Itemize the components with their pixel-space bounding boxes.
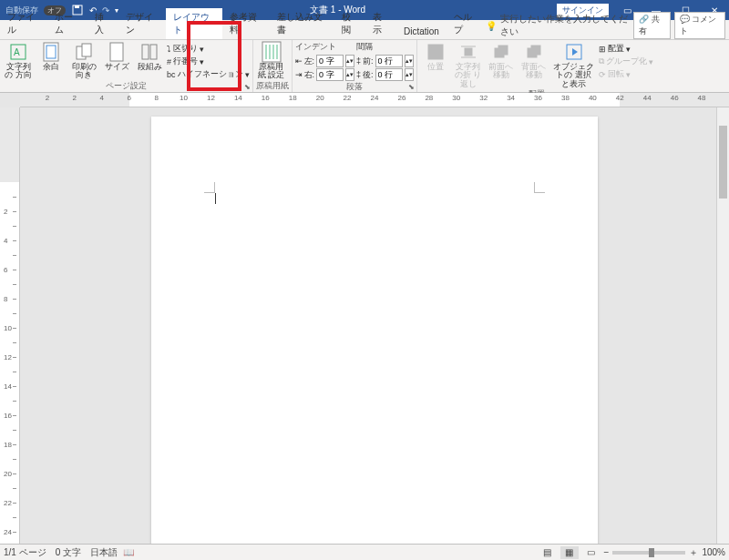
zoom-slider[interactable] <box>612 551 685 555</box>
zoom-out-button[interactable]: − <box>604 547 610 557</box>
size-button[interactable]: サイズ <box>101 41 132 71</box>
ribbon-tabs: ファイル ホーム 挿入 デザイン レイアウト 参考資料 差し込み文書 校閲 表示… <box>0 20 729 40</box>
hyphenation-button[interactable]: bc ハイフネーション ▾ <box>167 68 250 80</box>
svg-text:A: A <box>14 47 20 57</box>
selection-pane-icon <box>561 41 587 63</box>
tab-references[interactable]: 参考資料 <box>222 8 270 39</box>
tab-file[interactable]: ファイル <box>0 8 47 39</box>
tell-me-search[interactable]: 💡 実行したい作業を入力してください <box>486 13 630 38</box>
ribbon: A 文字列の 方向 余白 印刷の 向き サイズ 段組み ⤵ 区切り ▾ # <box>0 40 729 93</box>
share-button[interactable]: 🔗 共有 <box>633 12 670 39</box>
tab-insert[interactable]: 挿入 <box>87 8 118 39</box>
document-area: 24681012141618202224262830 <box>0 107 729 544</box>
crop-mark-tl <box>204 182 215 193</box>
tab-layout[interactable]: レイアウト <box>166 6 221 39</box>
group-label-manuscript: 原稿用紙 <box>256 80 289 93</box>
vertical-scrollbar[interactable] <box>716 107 729 544</box>
group-page-setup: A 文字列の 方向 余白 印刷の 向き サイズ 段組み ⤵ 区切り ▾ # <box>0 40 253 92</box>
view-read-mode[interactable]: ▤ <box>539 546 557 559</box>
zoom-level[interactable]: 100% <box>702 547 725 557</box>
indent-left-icon: ⇤ <box>295 56 303 66</box>
align-button[interactable]: ⊞ 配置 ▾ <box>599 43 653 55</box>
line-numbers-button[interactable]: # 行番号 ▾ <box>167 56 250 67</box>
tab-help[interactable]: ヘルプ <box>447 8 486 39</box>
horizontal-ruler[interactable]: 2246810121416182022242628303234363840424… <box>20 93 729 107</box>
space-before-input[interactable] <box>375 55 403 67</box>
margins-icon <box>38 41 64 63</box>
wrap-text-button: 文字列の折 り返し <box>453 41 484 88</box>
position-icon <box>423 41 448 63</box>
size-icon <box>104 41 129 63</box>
wrap-icon <box>456 41 481 63</box>
statusbar: 1/1 ページ 0 文字 日本語 📖 ▤ ▦ ▭ − ＋ 100% <box>0 544 729 560</box>
group-paragraph: インデント ⇤左: ▴▾ ⇥右: ▴▾ 間隔 ‡前: ▴▾ ‡後: ▴ <box>293 40 417 92</box>
view-web-layout[interactable]: ▭ <box>582 546 601 559</box>
rotate-button: ⟳ 回転 ▾ <box>599 68 653 80</box>
view-print-layout[interactable]: ▦ <box>560 546 579 559</box>
document-page[interactable] <box>151 117 598 544</box>
page-setup-dialog-launcher[interactable]: ⬊ <box>244 83 251 91</box>
spacing-label: 間隔 <box>356 41 414 54</box>
space-before-icon: ‡ <box>356 56 361 66</box>
send-backward-button: 背面へ 移動 <box>519 41 549 80</box>
group-label-paragraph: 段落 <box>295 81 414 94</box>
tab-view[interactable]: 表示 <box>365 8 396 39</box>
columns-icon <box>137 41 162 63</box>
page-count[interactable]: 1/1 ページ <box>4 546 46 559</box>
position-button: 位置 <box>420 41 451 71</box>
space-after-input[interactable] <box>375 68 403 81</box>
vertical-ruler[interactable]: 24681012141618202224262830 <box>0 107 20 544</box>
crop-mark-tr <box>534 182 545 193</box>
proofing-icon[interactable]: 📖 <box>123 547 134 557</box>
manuscript-settings-button[interactable]: 原稿用紙 設定 <box>256 41 287 80</box>
tab-design[interactable]: デザイン <box>118 8 166 39</box>
indent-left-input[interactable] <box>316 55 344 67</box>
word-count[interactable]: 0 文字 <box>56 546 81 559</box>
scrollbar-thumb[interactable] <box>719 126 727 199</box>
indent-right-spinner[interactable]: ⇥右: ▴▾ <box>295 68 355 81</box>
space-after-spinner[interactable]: ‡後: ▴▾ <box>356 68 414 81</box>
zoom-in-button[interactable]: ＋ <box>689 546 698 559</box>
group-objects-button: ⧉ グループ化 ▾ <box>599 56 653 67</box>
selection-pane-button[interactable]: オブジェクトの 選択と表示 <box>551 41 597 88</box>
svg-rect-18 <box>465 48 472 56</box>
tab-mailings[interactable]: 差し込み文書 <box>270 8 334 39</box>
svg-rect-17 <box>431 47 436 53</box>
margins-button[interactable]: 余白 <box>36 41 67 71</box>
tab-review[interactable]: 校閲 <box>334 8 365 39</box>
send-backward-icon <box>521 41 547 63</box>
svg-rect-8 <box>110 43 123 61</box>
indent-right-icon: ⇥ <box>295 70 303 79</box>
comments-button[interactable]: 💬 コメント <box>674 12 725 39</box>
indent-right-input[interactable] <box>316 68 344 81</box>
indent-left-spinner[interactable]: ⇤左: ▴▾ <box>295 55 355 67</box>
space-before-spinner[interactable]: ‡前: ▴▾ <box>356 55 414 67</box>
tab-dictation[interactable]: Dictation <box>396 24 447 39</box>
columns-button[interactable]: 段組み <box>134 41 165 71</box>
tell-me-label: 実行したい作業を入力してください <box>500 13 630 38</box>
svg-rect-11 <box>262 42 281 62</box>
svg-rect-22 <box>498 46 508 55</box>
svg-rect-7 <box>82 44 91 56</box>
group-manuscript: 原稿用紙 設定 原稿用紙 <box>253 40 293 92</box>
bring-forward-button: 前面へ 移動 <box>486 41 517 80</box>
svg-rect-24 <box>528 48 537 57</box>
lightbulb-icon: 💡 <box>486 21 497 31</box>
text-direction-button[interactable]: A 文字列の 方向 <box>3 41 34 80</box>
bring-forward-icon <box>488 41 514 63</box>
orientation-button[interactable]: 印刷の 向き <box>68 41 99 80</box>
manuscript-icon <box>259 41 284 63</box>
indent-label: インデント <box>295 41 355 54</box>
orientation-icon <box>71 41 97 63</box>
breaks-button[interactable]: ⤵ 区切り ▾ <box>167 43 250 55</box>
text-direction-icon: A <box>5 41 31 63</box>
svg-marker-26 <box>572 48 578 56</box>
group-label-page-setup: ページ設定 <box>3 80 250 93</box>
tab-home[interactable]: ホーム <box>47 8 87 39</box>
svg-rect-9 <box>142 45 149 59</box>
paragraph-dialog-launcher[interactable]: ⬊ <box>408 83 415 91</box>
language-status[interactable]: 日本語 <box>90 546 118 559</box>
group-arrange: 位置 文字列の折 り返し 前面へ 移動 背面へ 移動 オブジェクトの 選択と表示… <box>417 40 656 92</box>
text-cursor <box>215 193 216 204</box>
space-after-icon: ‡ <box>356 70 361 79</box>
